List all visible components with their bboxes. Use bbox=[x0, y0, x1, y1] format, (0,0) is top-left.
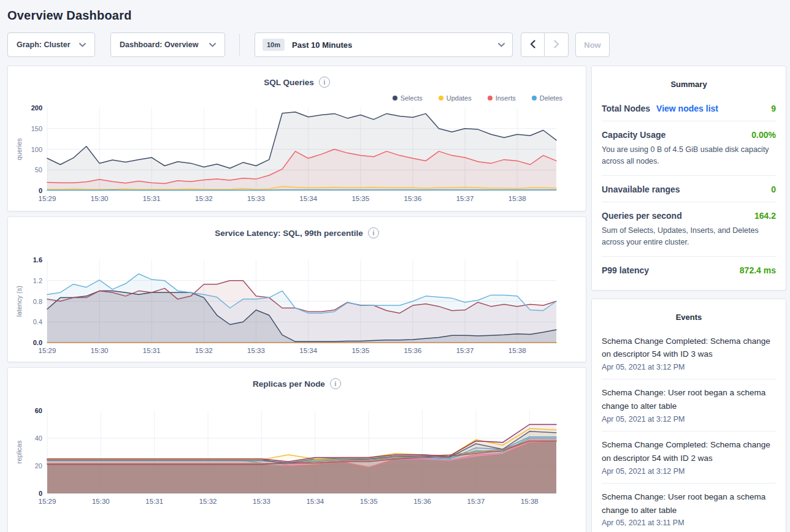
svg-text:replicas: replicas bbox=[15, 440, 23, 463]
time-prev-button[interactable] bbox=[521, 32, 545, 57]
summary-row-label: P99 latency bbox=[602, 265, 649, 275]
legend-item[interactable]: Updates bbox=[439, 94, 472, 102]
event-item[interactable]: Schema Change Completed: Schema change o… bbox=[602, 328, 776, 380]
summary-row-label: Total Nodes bbox=[602, 104, 650, 113]
legend-item[interactable]: Inserts bbox=[488, 94, 516, 102]
svg-text:15:36: 15:36 bbox=[404, 347, 422, 354]
summary-row-label: Queries per second bbox=[602, 211, 682, 221]
page-title: Overview Dashboard bbox=[7, 9, 786, 23]
svg-text:1.6: 1.6 bbox=[33, 256, 42, 264]
summary-row-value: 9 bbox=[771, 104, 776, 113]
toolbar: Graph: Cluster Dashboard: Overview 10m P… bbox=[7, 32, 786, 57]
replicas-per-node-chart-card: Replicas per Node i 15:2915:3015:3115:32… bbox=[7, 367, 586, 532]
event-timestamp: Apr 05, 2021 at 3:11 PM bbox=[602, 519, 776, 527]
events-panel: Events Schema Change Completed: Schema c… bbox=[591, 298, 786, 532]
time-range-selector[interactable]: 10m Past 10 Minutes bbox=[255, 32, 513, 57]
chevron-right-icon bbox=[554, 40, 559, 50]
event-timestamp: Apr 05, 2021 at 3:12 PM bbox=[602, 363, 776, 371]
info-icon[interactable]: i bbox=[330, 378, 341, 389]
svg-text:15:32: 15:32 bbox=[199, 498, 217, 505]
info-icon[interactable]: i bbox=[319, 77, 330, 88]
svg-text:15:33: 15:33 bbox=[253, 498, 270, 505]
time-nav-group bbox=[521, 32, 569, 57]
event-message: Schema Change Completed: Schema change o… bbox=[602, 335, 776, 362]
event-message: Schema Change: User root began a schema … bbox=[602, 386, 776, 413]
chevron-down-icon bbox=[498, 43, 505, 47]
graph-dropdown[interactable]: Graph: Cluster bbox=[7, 32, 95, 57]
event-item[interactable]: Schema Change Completed: Schema change o… bbox=[602, 431, 776, 484]
replicas-per-node-chart[interactable]: 15:2915:3015:3115:3215:3315:3415:3515:36… bbox=[14, 407, 580, 507]
now-button[interactable]: Now bbox=[575, 32, 610, 57]
chart-title: SQL Queries bbox=[264, 78, 314, 87]
summary-row-value: 0.00% bbox=[751, 130, 776, 140]
legend-item[interactable]: Selects bbox=[393, 94, 423, 102]
svg-text:15:37: 15:37 bbox=[456, 195, 474, 202]
event-message: Schema Change: User root began a schema … bbox=[602, 490, 776, 517]
svg-text:latency (s): latency (s) bbox=[15, 286, 23, 317]
toolbar-divider bbox=[239, 34, 240, 56]
svg-text:15:37: 15:37 bbox=[467, 498, 485, 505]
chart-title: Replicas per Node bbox=[253, 379, 325, 389]
svg-text:15:32: 15:32 bbox=[195, 195, 213, 202]
event-message: Schema Change Completed: Schema change o… bbox=[602, 438, 776, 465]
legend-item[interactable]: Deletes bbox=[532, 94, 562, 102]
summary-row-value: 164.2 bbox=[754, 211, 776, 221]
svg-text:queries: queries bbox=[15, 138, 23, 161]
svg-text:15:33: 15:33 bbox=[247, 347, 265, 354]
summary-row-value: 0 bbox=[771, 184, 776, 194]
chart-legend: SelectsUpdatesInsertsDeletes bbox=[14, 93, 562, 103]
legend-dot-icon bbox=[488, 96, 493, 101]
sidebar-column: Summary Total Nodes View nodes list 9 Ca… bbox=[591, 66, 786, 532]
svg-text:0: 0 bbox=[39, 490, 42, 497]
chart-spacer bbox=[14, 239, 580, 256]
svg-text:15:33: 15:33 bbox=[247, 195, 265, 202]
svg-text:200: 200 bbox=[31, 104, 42, 112]
time-next-button[interactable] bbox=[545, 32, 569, 57]
info-icon[interactable]: i bbox=[368, 227, 379, 238]
summary-row: Unavailable ranges 0 bbox=[602, 176, 776, 202]
event-item[interactable]: Schema Change: User root began a schema … bbox=[602, 379, 776, 431]
svg-text:60: 60 bbox=[35, 407, 42, 414]
event-item[interactable]: Schema Change: User root began a schema … bbox=[602, 484, 776, 532]
svg-text:40: 40 bbox=[35, 435, 42, 442]
time-range-badge: 10m bbox=[263, 39, 285, 51]
svg-text:15:35: 15:35 bbox=[351, 195, 369, 202]
svg-text:15:38: 15:38 bbox=[521, 498, 539, 505]
svg-text:1.2: 1.2 bbox=[33, 277, 42, 284]
summary-row-caption: You are using 0 B of 4.5 GiB usable disk… bbox=[602, 144, 776, 168]
charts-column: SQL Queries i SelectsUpdatesInsertsDelet… bbox=[7, 66, 586, 532]
svg-text:15:31: 15:31 bbox=[143, 195, 161, 202]
svg-text:15:38: 15:38 bbox=[508, 347, 526, 354]
svg-text:15:31: 15:31 bbox=[143, 347, 161, 354]
chevron-down-icon bbox=[209, 43, 216, 47]
event-timestamp: Apr 05, 2021 at 3:12 PM bbox=[602, 467, 776, 476]
svg-text:15:37: 15:37 bbox=[456, 347, 474, 354]
summary-row: Total Nodes View nodes list 9 bbox=[602, 95, 776, 121]
svg-text:15:30: 15:30 bbox=[91, 195, 109, 202]
svg-text:0.4: 0.4 bbox=[33, 318, 42, 325]
summary-row-caption: Sum of Selects, Updates, Inserts, and De… bbox=[602, 225, 776, 249]
events-title: Events bbox=[602, 313, 776, 322]
svg-text:15:29: 15:29 bbox=[39, 347, 56, 354]
sql-queries-chart[interactable]: 15:2915:3015:3115:3215:3315:3415:3515:36… bbox=[14, 104, 580, 205]
chevron-down-icon bbox=[79, 43, 86, 47]
summary-row-link[interactable]: View nodes list bbox=[656, 104, 718, 113]
summary-title: Summary bbox=[602, 80, 776, 89]
summary-panel: Summary Total Nodes View nodes list 9 Ca… bbox=[591, 66, 786, 291]
svg-text:100: 100 bbox=[31, 146, 42, 153]
summary-row-label: Capacity Usage bbox=[602, 130, 665, 140]
content: SQL Queries i SelectsUpdatesInsertsDelet… bbox=[7, 66, 786, 532]
svg-text:15:35: 15:35 bbox=[351, 347, 369, 354]
svg-text:15:34: 15:34 bbox=[299, 195, 317, 202]
legend-dot-icon bbox=[393, 96, 397, 101]
graph-dropdown-label: Graph: Cluster bbox=[17, 40, 71, 49]
dashboard-dropdown[interactable]: Dashboard: Overview bbox=[110, 32, 225, 57]
service-latency-chart[interactable]: 15:2915:3015:3115:3215:3315:3415:3515:36… bbox=[14, 256, 580, 357]
summary-row: P99 latency 872.4 ms bbox=[602, 257, 776, 283]
svg-text:15:35: 15:35 bbox=[360, 498, 378, 505]
event-timestamp: Apr 05, 2021 at 3:12 PM bbox=[602, 415, 776, 424]
service-latency-chart-card: Service Latency: SQL, 99th percentile i … bbox=[7, 216, 586, 362]
chart-spacer bbox=[14, 390, 580, 407]
svg-text:0.8: 0.8 bbox=[33, 298, 42, 305]
summary-row-label: Unavailable ranges bbox=[602, 184, 680, 194]
